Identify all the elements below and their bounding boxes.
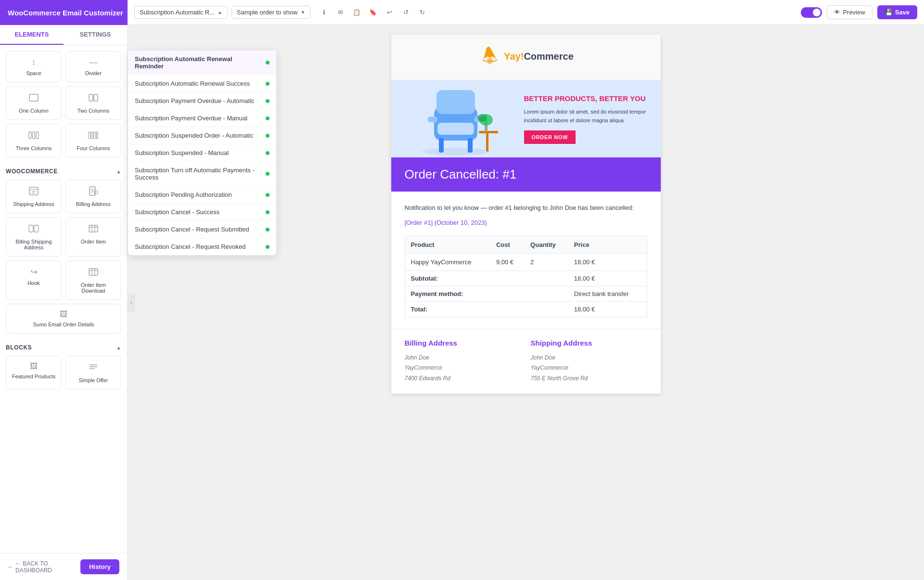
history-button[interactable]: History [80,559,119,574]
sample-order-dropdown[interactable]: Sample order to show ▼ [231,6,310,19]
summary-row-payment: Payment method: Direct bank transfer [405,286,647,301]
toolbar-icons: ℹ ✉ 📋 🔖 ↩ ↺ ↻ [316,5,430,20]
simple-offer-label: Simple Offer [79,377,108,383]
element-card-order-item[interactable]: Order Item [65,217,121,257]
element-card-two-columns[interactable]: Two Columns [65,86,121,120]
sidebar-bottom: ← ← BACK TO DASHBOARD History [0,553,127,580]
woocommerce-section-header[interactable]: WooCommerce ▲ [6,165,121,180]
svg-rect-8 [94,132,96,139]
element-card-four-columns[interactable]: Four Columns [65,124,121,157]
element-card-shipping-address[interactable]: Shipping Address [6,180,62,213]
dropdown-item-turn-off[interactable]: Subscription Turn off Automatic Payments… [128,162,276,186]
element-card-space[interactable]: ↕ Space [6,51,62,82]
space-icon: ↕ [32,57,36,67]
save-label: Save [895,9,910,16]
shipping-address-street: 755 E North Grove Rd [531,374,647,384]
dropdown-item-cancel-revoked[interactable]: Subscription Cancel - Request Revoked [128,238,276,255]
table-row: Happy YayCommerce 9,00 € 2 18,00 € [405,253,647,271]
dot-cancel-request [266,228,270,232]
undo-icon-btn[interactable]: ↺ [398,5,413,20]
bookmark-icon-btn[interactable]: 🔖 [365,5,381,20]
email-icon-btn[interactable]: ✉ [333,5,348,20]
dropdown-item-overdue-auto[interactable]: Subscription Payment Overdue - Automatic [128,92,276,110]
preview-button[interactable]: 👁 Preview [827,5,872,19]
billing-address-title: Billing Address [405,339,521,347]
dot-suspended-auto [266,134,270,138]
dropdown-item-cancel-success[interactable]: Subscription Cancel - Success [128,204,276,221]
element-card-order-item-download[interactable]: Order Item Download [65,260,121,300]
element-card-hook[interactable]: ↪ Hook [6,260,62,300]
dropdown-item-cancel-request[interactable]: Subscription Cancel - Request Submitted [128,221,276,238]
order-item-download-icon [88,267,99,279]
featured-products-icon: 🖼 [30,362,38,371]
three-columns-icon [28,130,39,142]
sample-order-chevron-icon: ▼ [300,10,305,15]
svg-rect-43 [486,133,488,152]
order-table: Product Cost Quantity Price Happy YayCom… [405,236,647,317]
sidebar-collapse-toggle[interactable]: ‹ [128,293,135,312]
element-card-one-column[interactable]: One Column [6,86,62,120]
dot-cancel-revoked [266,245,270,249]
save-icon: 💾 [885,9,893,16]
dot-turn-off [266,172,270,176]
col-quantity: Quantity [525,236,568,253]
banner-text-area: BETTER PRODUCTS, BETTER YOU Lorem ipsum … [520,80,661,157]
save-button[interactable]: 💾 Save [877,5,917,19]
reply-icon-btn[interactable]: ↩ [382,5,397,20]
one-column-label: One Column [19,108,49,114]
three-columns-label: Three Columns [15,145,51,151]
sumo-email-icon: 🖼 [60,310,67,319]
featured-products-label: Featured Products [12,374,56,379]
col-price: Price [568,236,647,253]
two-columns-label: Two Columns [77,108,110,114]
chair-illustration [408,80,504,157]
shipping-address-company: YayCommerce [531,363,647,374]
svg-rect-10 [29,187,38,195]
woocommerce-chevron-icon: ▲ [116,169,122,174]
dropdown-item-suspended-manual[interactable]: Subscription Suspended - Manual [128,144,276,162]
summary-row-subtotal: Subtotal: 18,00 € [405,271,647,286]
order-item-download-label: Order Item Download [69,282,118,294]
element-card-simple-offer[interactable]: Simple Offer [65,356,121,389]
element-card-divider[interactable]: — Divider [65,51,121,82]
element-card-three-columns[interactable]: Three Columns [6,124,62,157]
dot-cancel-success [266,210,270,214]
banner-description: Lorem ipsum dolor sit amet, sed do eiusm… [524,108,653,125]
divider-label: Divider [85,70,102,76]
payment-label: Payment method: [405,286,568,301]
info-icon-btn[interactable]: ℹ [316,5,332,20]
email-body: Notification to let you know — order #1 … [391,192,661,329]
order-now-button[interactable]: ORDER NOW [524,130,576,144]
order-link[interactable]: [Order #1] (October 10, 2023) [405,219,647,226]
dot-overdue-auto [266,99,270,103]
dropdown-item-renewal-reminder[interactable]: Subscription Automatic Renewal Reminder [128,51,276,75]
back-dashboard-button[interactable]: ← ← BACK TO DASHBOARD [8,560,80,574]
svg-rect-3 [29,132,31,139]
element-card-featured-products[interactable]: 🖼 Featured Products [6,356,62,389]
blocks-section-header[interactable]: Blocks ▲ [6,341,121,356]
dot-renewal-reminder [266,61,270,64]
dropdown-item-overdue-manual[interactable]: Subscription Payment Overdue - Manual [128,110,276,127]
tab-elements[interactable]: ELEMENTS [0,25,64,45]
subtotal-label: Subtotal: [405,271,568,286]
element-card-billing-address[interactable]: Billing Address [65,180,121,213]
element-card-billing-shipping-address[interactable]: Billing Shipping Address [6,217,62,257]
svg-point-34 [422,148,489,155]
redo-icon-btn[interactable]: ↻ [414,5,430,20]
sidebar-tabs: ELEMENTS SETTINGS [0,25,127,45]
email-type-dropdown[interactable]: Subscription Automatic R... ▲ [134,6,228,19]
email-type-label: Subscription Automatic R... [140,9,215,16]
dropdown-item-renewal-success[interactable]: Subscription Automatic Renewal Success [128,75,276,92]
document-icon-btn[interactable]: 📋 [349,5,364,20]
element-card-sumo-email[interactable]: 🖼 Sumo Email Order Details [6,304,121,334]
table-header-row: Product Cost Quantity Price [405,236,647,253]
tab-settings[interactable]: SETTINGS [64,25,127,45]
dropdown-item-pending-auth[interactable]: Subscription Pending Authorization [128,186,276,204]
preview-toggle[interactable] [801,7,822,18]
preview-label: Preview [843,9,865,16]
col-product: Product [405,236,490,253]
dropdown-item-suspended-auto[interactable]: Subscription Suspended Order - Automatic [128,127,276,144]
eye-icon: 👁 [834,9,840,16]
billing-address-street: 7400 Edwards Rd [405,374,521,384]
hook-label: Hook [27,280,40,286]
